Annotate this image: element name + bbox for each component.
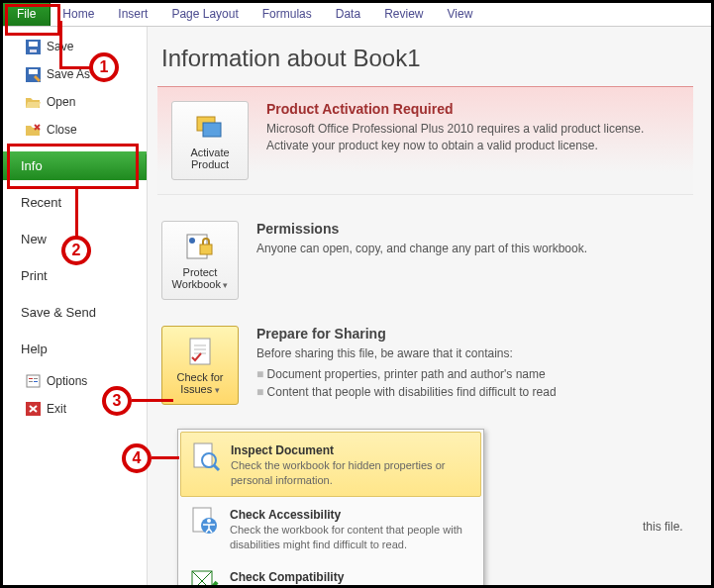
tab-file[interactable]: File (3, 3, 51, 26)
sidebar-help[interactable]: Help (3, 335, 147, 363)
sidebar-recent[interactable]: Recent (3, 188, 147, 217)
sidebar-label: Save (47, 40, 73, 53)
menu-check-compatibility[interactable]: Check CompatibilityCheck for features no… (180, 559, 481, 588)
tab-insert[interactable]: Insert (106, 3, 159, 26)
sidebar-print[interactable]: Print (3, 261, 147, 290)
exit-icon (25, 401, 41, 417)
svg-rect-8 (29, 378, 33, 379)
menu-inspect-document[interactable]: Inspect DocumentCheck the workbook for h… (180, 432, 481, 497)
tab-view[interactable]: View (436, 3, 485, 26)
prepare-heading: Prepare for Sharing (256, 326, 693, 342)
tab-review[interactable]: Review (372, 3, 435, 26)
ribbon-tabs: File Home Insert Page Layout Formulas Da… (3, 3, 711, 27)
activate-product-button[interactable]: Activate Product (171, 101, 249, 180)
panel-activation: Activate Product Product Activation Requ… (157, 86, 693, 195)
button-label: Activate Product (174, 147, 246, 170)
svg-rect-18 (200, 245, 212, 254)
svg-rect-11 (34, 381, 38, 382)
sidebar-label: Options (47, 374, 87, 388)
check-for-issues-button[interactable]: Check for Issues (161, 326, 239, 405)
sidebar-info[interactable]: Info (3, 151, 147, 180)
sidebar-new[interactable]: New (3, 225, 147, 253)
sidebar-label: Open (47, 95, 75, 109)
svg-rect-2 (30, 49, 37, 52)
check-issues-icon (184, 336, 216, 367)
sidebar-label: Exit (47, 402, 66, 416)
sidebar-close[interactable]: Close (3, 118, 147, 142)
panel-prepare: Check for Issues Prepare for Sharing Bef… (157, 326, 693, 405)
sidebar-label: Close (47, 123, 77, 137)
svg-point-26 (207, 519, 211, 523)
compatibility-icon (188, 567, 220, 588)
menu-title: Inspect Document (231, 443, 334, 457)
menu-title: Check Accessibility (230, 508, 341, 522)
svg-point-19 (189, 238, 195, 244)
svg-rect-16 (203, 123, 221, 137)
svg-rect-10 (29, 381, 33, 382)
activation-heading: Product Activation Required (266, 101, 679, 117)
saveas-icon (25, 66, 41, 82)
tab-page-layout[interactable]: Page Layout (159, 3, 250, 26)
menu-title: Check Compatibility (230, 570, 344, 584)
protect-workbook-button[interactable]: Protect Workbook (161, 221, 239, 300)
check-issues-dropdown: Inspect DocumentCheck the workbook for h… (177, 429, 484, 588)
prepare-item: Content that people with disabilities fi… (256, 384, 693, 401)
versions-tail: this file. (643, 520, 683, 534)
save-icon (25, 39, 41, 54)
sidebar-options[interactable]: Options (3, 369, 147, 393)
tab-data[interactable]: Data (324, 3, 372, 26)
open-icon (25, 94, 41, 110)
svg-rect-20 (190, 339, 210, 364)
sidebar-save-send[interactable]: Save & Send (3, 298, 147, 327)
protect-icon (184, 231, 216, 262)
svg-line-23 (214, 465, 219, 470)
svg-rect-4 (29, 69, 38, 74)
svg-rect-7 (27, 375, 40, 387)
sidebar-label: Save As (47, 67, 90, 81)
svg-rect-9 (34, 378, 38, 379)
sidebar-open[interactable]: Open (3, 90, 147, 114)
prepare-intro: Before sharing this file, be aware that … (256, 345, 693, 362)
sidebar-save-as[interactable]: Save As (3, 62, 147, 86)
options-icon (25, 373, 41, 389)
sidebar-save[interactable]: Save (3, 35, 147, 58)
activation-body: Microsoft Office Professional Plus 2010 … (266, 121, 679, 155)
prepare-item: Document properties, printer path and au… (256, 366, 693, 383)
permissions-heading: Permissions (256, 221, 693, 237)
permissions-body: Anyone can open, copy, and change any pa… (256, 241, 693, 257)
menu-desc: Check the workbook for content that peop… (230, 523, 473, 552)
panel-permissions: Protect Workbook Permissions Anyone can … (157, 221, 693, 300)
backstage-sidebar: Save Save As Open Close Info Recent New … (3, 27, 147, 585)
sidebar-exit[interactable]: Exit (3, 397, 147, 421)
accessibility-icon (188, 505, 220, 537)
page-title: Information about Book1 (161, 45, 693, 72)
button-label: Check for Issues (164, 371, 236, 395)
tab-home[interactable]: Home (51, 3, 106, 26)
menu-check-accessibility[interactable]: Check AccessibilityCheck the workbook fo… (180, 497, 481, 560)
close-icon (25, 122, 41, 138)
inspect-icon (189, 441, 221, 472)
activate-icon (194, 111, 226, 143)
button-label: Protect Workbook (164, 266, 236, 290)
svg-rect-1 (29, 42, 38, 47)
tab-formulas[interactable]: Formulas (251, 3, 324, 26)
menu-desc: Check the workbook for hidden properties… (231, 458, 472, 488)
